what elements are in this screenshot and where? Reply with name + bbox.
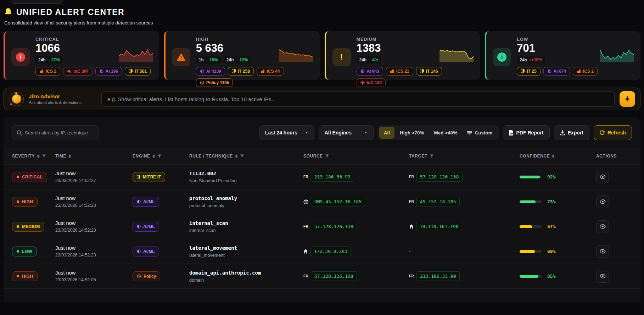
- rule-technique: internal_scan: [189, 228, 303, 233]
- source-ip[interactable]: 172.30.0.203: [310, 247, 351, 256]
- col-rule[interactable]: RULE / TECHNIQUE: [189, 154, 303, 159]
- country-code: FR: [409, 274, 414, 278]
- col-engine[interactable]: ENGINE: [133, 154, 189, 159]
- table-row[interactable]: HIGH Just now23/03/2026 14:52:23 AI/ML p…: [4, 189, 640, 214]
- engine-filter-dropdown[interactable]: All Engines▼: [319, 125, 374, 140]
- advisor-submit-button[interactable]: [620, 91, 635, 107]
- col-target[interactable]: TARGET: [409, 154, 520, 159]
- confidence-bar: [520, 275, 542, 278]
- severity-cards: ! CRITICAL 1066 24h ↓-37% ICS 2 IoC 307 …: [4, 31, 640, 80]
- filter-icon: [240, 154, 244, 158]
- view-alert-button[interactable]: [596, 220, 609, 233]
- source-ip[interactable]: 213.186.33.99: [311, 172, 354, 182]
- chevron-down-icon: ▼: [364, 131, 368, 134]
- segment-med[interactable]: Med >40%: [430, 127, 462, 139]
- brain-icon: [99, 69, 103, 73]
- card-medium[interactable]: ! MEDIUM 1383 24h ↓-4% AI 943 ICS 21 IT …: [325, 31, 480, 80]
- target-ip[interactable]: 213.186.33.99: [416, 271, 460, 281]
- factory-icon: [390, 69, 394, 73]
- search-icon: [17, 130, 22, 136]
- time-absolute: 23/03/2026 14:52:23: [55, 203, 133, 208]
- target-ip[interactable]: 10.110.161.190: [416, 222, 462, 231]
- segment-all[interactable]: All: [379, 127, 394, 139]
- engine-badge: AI/ML: [133, 222, 159, 232]
- confidence-value: 85%: [547, 273, 555, 279]
- advisor-query-input[interactable]: [101, 91, 615, 107]
- badge-policy: Policy 1195: [196, 78, 233, 87]
- trend-badge: 24h ↓-12%: [224, 56, 251, 63]
- card-high[interactable]: HIGH 5 636 1h ↓-10% 24h ↓-12% AI 4139 IT…: [164, 31, 320, 80]
- badge-ics: ICS 44: [257, 67, 284, 76]
- table-row[interactable]: HIGH Just now23/03/2026 14:52:05 Policy …: [4, 264, 640, 288]
- eye-icon: [600, 224, 606, 229]
- search-input[interactable]: [25, 130, 94, 136]
- table-row[interactable]: CRITICAL Just now23/03/2026 14:52:27 MIT…: [4, 164, 640, 189]
- col-time[interactable]: TIME: [55, 154, 133, 159]
- card-label: LOW: [517, 37, 598, 42]
- target-ip[interactable]: 45.152.18.185: [416, 197, 460, 206]
- card-critical[interactable]: ! CRITICAL 1066 24h ↓-37% ICS 2 IoC 307 …: [4, 31, 159, 80]
- virus-icon: [360, 81, 365, 85]
- shield-icon: [420, 69, 424, 73]
- lightning-icon: [625, 96, 630, 102]
- trend-badge: 24h ↓-37%: [35, 56, 63, 63]
- alert-search[interactable]: [12, 125, 99, 140]
- brain-icon: [137, 249, 141, 253]
- card-label: CRITICAL: [35, 37, 151, 42]
- col-severity[interactable]: SEVERITY: [12, 154, 55, 159]
- severity-badge: MEDIUM: [12, 222, 44, 232]
- confidence-value: 73%: [547, 199, 555, 204]
- time-range-dropdown[interactable]: Last 24 hours▼: [259, 125, 314, 140]
- unified-alert-center-page: UNIFIED ALERT CENTER Consolidated view o…: [0, 0, 644, 315]
- table-row[interactable]: MEDIUM Just now23/03/2026 14:52:23 AI/ML…: [4, 214, 640, 239]
- trend-badge: 1h ↓-10%: [196, 56, 221, 63]
- source-ip[interactable]: 57.128.126.138: [311, 271, 357, 281]
- badge-ics: ICS 2: [35, 67, 60, 76]
- card-label: HIGH: [196, 37, 313, 42]
- sliders-icon: [467, 131, 472, 135]
- severity-badge: CRITICAL: [12, 172, 47, 182]
- shield-icon: [521, 69, 525, 73]
- col-source[interactable]: SOURCE: [303, 154, 409, 159]
- badge-ioc: IoC 132: [357, 78, 386, 87]
- rule-name: internal_scan: [189, 220, 303, 226]
- confidence-value: 92%: [547, 174, 555, 179]
- export-button[interactable]: Export: [554, 125, 589, 140]
- view-alert-button[interactable]: [596, 195, 609, 208]
- table-header-row: SEVERITY TIME ENGINE RULE / TECHNIQUE SO…: [4, 148, 640, 164]
- alerts-table: SEVERITY TIME ENGINE RULE / TECHNIQUE SO…: [4, 148, 640, 293]
- card-low[interactable]: i LOW 701 24h ↑+10% IT 25 AI 674 ICS 2: [485, 31, 640, 80]
- col-confidence[interactable]: CONFIDENCE: [520, 154, 596, 159]
- shield-icon: [137, 175, 140, 179]
- badge-ai: AI 4139: [196, 67, 225, 76]
- home-icon: [303, 249, 308, 254]
- refresh-button[interactable]: Refresh: [594, 125, 632, 140]
- filter-icon: [325, 154, 329, 158]
- source-ip[interactable]: DNS:45.152.18.185: [311, 197, 365, 206]
- rule-name: T1132.002: [189, 171, 303, 176]
- factory-icon: [261, 69, 265, 73]
- block-icon: [137, 274, 141, 278]
- target-ip[interactable]: 57.128.126.138: [416, 172, 463, 182]
- page-subtitle: Consolidated view of all security alerts…: [4, 20, 640, 26]
- advisor-subtitle: Ask about alerts & detections: [29, 100, 82, 105]
- view-alert-button[interactable]: [596, 270, 609, 283]
- sort-icon: [37, 154, 40, 158]
- factory-icon: [39, 69, 44, 73]
- segment-high[interactable]: High >70%: [395, 127, 429, 139]
- severity-badge: HIGH: [12, 197, 38, 207]
- view-alert-button[interactable]: [596, 245, 609, 258]
- source-ip[interactable]: 57.128.126.138: [311, 222, 357, 231]
- view-alert-button[interactable]: [596, 171, 609, 183]
- bell-icon: [4, 8, 12, 16]
- home-icon: [409, 224, 414, 229]
- pdf-report-button[interactable]: PDF PDF Report: [503, 125, 550, 140]
- filters-toolbar: Last 24 hours▼ All Engines▼ All High >70…: [4, 125, 640, 140]
- badge-ai: AI 196: [95, 67, 122, 76]
- rule-technique: domain: [189, 278, 303, 283]
- eye-icon: [600, 274, 606, 278]
- table-row[interactable]: LOW Just now23/03/2026 14:52:23 AI/ML la…: [4, 239, 640, 264]
- time-absolute: 23/03/2026 14:52:27: [55, 178, 133, 183]
- segment-custom[interactable]: Custom: [463, 127, 497, 139]
- jizo-orb-icon: [10, 92, 24, 106]
